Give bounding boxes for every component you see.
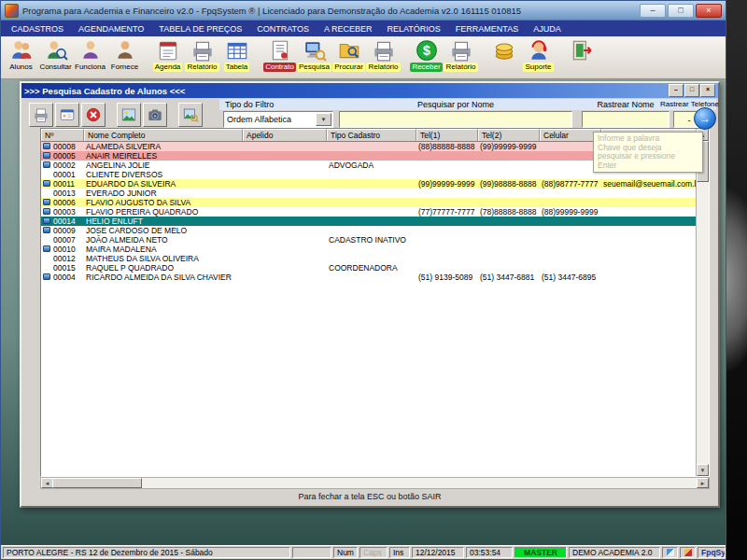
cell [327, 170, 416, 179]
scroll-right-icon[interactable]: ► [697, 478, 709, 488]
toolbar-label: Funciona [73, 63, 107, 72]
table-row[interactable]: 00015RAQUEL P QUADRADOCOORDENADORA [41, 263, 697, 273]
toolbar-button-tabela[interactable]: Tabela [219, 37, 254, 72]
status-tools-icon[interactable] [680, 547, 696, 558]
menu-item-agendamento[interactable]: AGENDAMENTO [71, 22, 151, 35]
camera-icon [147, 106, 163, 123]
search-name-input[interactable] [339, 111, 572, 128]
menu-item-tabela-de-pre-os[interactable]: TABELA DE PREÇOS [151, 22, 249, 35]
maximize-button[interactable]: □ [668, 4, 694, 18]
status-location: PORTO ALEGRE - RS 12 de Dezembro de 2015… [3, 547, 290, 558]
cell: EDUARDO DA SILVEIRA [84, 179, 243, 189]
child-minimize-button[interactable]: – [669, 84, 684, 97]
cell [243, 235, 327, 245]
delete-button[interactable] [81, 103, 106, 127]
cell: RAQUEL P QUADRADO [84, 263, 243, 273]
supplier-icon [113, 38, 137, 63]
photo-icon [43, 152, 50, 159]
menu-item-ajuda[interactable]: AJUDA [526, 22, 569, 35]
toolbar-button-funciona[interactable]: Funciona [73, 37, 107, 72]
toolbar-button-relat-rio[interactable]: Relatório [444, 37, 478, 72]
column-header-tel-1-[interactable]: Tel(1) [416, 129, 478, 141]
table-row[interactable]: 00004RICARDO ALMEIDA DA SILVA CHAVIER(51… [41, 273, 697, 282]
cell [327, 142, 416, 151]
cell [416, 254, 478, 263]
cell [540, 189, 601, 198]
filter-type-dropdown[interactable]: Ordem Alfabetica ▼ [223, 111, 333, 128]
child-maximize-button[interactable]: □ [684, 84, 699, 97]
toolbar-button-relat-rio[interactable]: Relatório [366, 37, 401, 72]
table-row[interactable]: 00007JOÃO ALMEIDA NETOCADASTRO INATIVO [41, 235, 697, 245]
toolbar-button-exit[interactable] [564, 37, 599, 63]
cell [540, 217, 601, 226]
students-icon [9, 38, 34, 63]
chevron-down-icon[interactable]: ▼ [316, 113, 331, 126]
status-time: 03:53:54 [466, 547, 513, 558]
edit-card-button[interactable] [55, 103, 79, 127]
column-header-tipo-cadastro[interactable]: Tipo Cadastro [327, 129, 416, 141]
toolbar-button-agenda[interactable]: Agenda [150, 37, 185, 72]
horizontal-scrollbar[interactable]: ◄ ► [40, 477, 710, 489]
table-row[interactable]: 00010MAIRA MADALENA [41, 245, 697, 254]
close-hint-text: Para fechar a tela ESC ou botão SAIR [21, 492, 718, 501]
toolbar-button-pesquisa[interactable]: Pesquisa [297, 37, 331, 72]
table-row[interactable]: 00003FLAVIO PEREIRA QUADRADO(77)77777-77… [41, 207, 697, 217]
toolbar-button-procurar[interactable]: Procurar [331, 37, 366, 72]
cell [243, 151, 327, 161]
column-header-apelido[interactable]: Apelido [243, 129, 327, 141]
cell: MATHEUS DA SILVA OLIVEIRA [84, 254, 243, 263]
table-row[interactable]: 00006FLAVIO AUGUSTO DA SILVA [41, 198, 697, 207]
toolbar-button-contrato[interactable]: Contrato [262, 37, 297, 72]
cell [327, 189, 416, 198]
scroll-down-icon[interactable]: ▼ [697, 464, 709, 476]
column-header-n-[interactable]: Nº [41, 129, 84, 141]
menu-item-relat-rios[interactable]: RELATÓRIOS [379, 22, 447, 35]
toolbar-button-consultar[interactable]: Consultar [38, 37, 73, 72]
child-close-button[interactable]: × [700, 84, 715, 97]
status-grid-icon[interactable] [662, 547, 678, 558]
cell [478, 189, 540, 198]
menu-item-contratos[interactable]: CONTRATOS [249, 22, 317, 35]
status-app-name: DEMO ACADEMIA 2.0 [569, 547, 660, 558]
toolbar-button-suporte[interactable]: Suporte [521, 37, 556, 72]
cell [243, 254, 327, 263]
print-button[interactable] [29, 103, 53, 127]
toolbar-button-relat-rio[interactable]: Relatório [185, 37, 219, 72]
column-header-nome-completo[interactable]: Nome Completo [84, 129, 243, 141]
minimize-button[interactable]: – [640, 4, 666, 18]
column-header-tel-2-[interactable]: Tel(2) [478, 129, 540, 141]
table-row[interactable]: 00012MATHEUS DA SILVA OLIVEIRA [41, 254, 697, 263]
table-row[interactable]: 00013EVERADO JUNIOR [41, 189, 697, 198]
child-body: Tipo do Filtro Ordem Alfabetica ▼ Pesqui… [21, 98, 718, 506]
menu-item-ferramentas[interactable]: FERRAMENTAS [448, 22, 526, 35]
photo-search-button[interactable] [178, 103, 203, 127]
horizontal-scroll-thumb[interactable] [52, 478, 142, 488]
menu-item-a-receber[interactable]: A RECEBER [317, 22, 380, 35]
webcam-button[interactable] [143, 103, 167, 127]
cell: COORDENADORA [327, 263, 416, 273]
child-toolbar [29, 103, 203, 127]
table-row[interactable]: 00014HELIO ENLUFT [41, 217, 697, 226]
cell [601, 273, 697, 282]
cell [416, 226, 478, 235]
toolbar-label: Receber [410, 63, 442, 72]
search-go-button[interactable]: → [694, 107, 716, 130]
cell [327, 273, 416, 282]
vertical-scrollbar[interactable]: ▲ ▼ [696, 129, 709, 476]
toolbar-button-fornece[interactable]: Fornece [107, 37, 142, 72]
close-button[interactable]: × [696, 4, 722, 18]
toolbar-button-receber[interactable]: Receber [409, 37, 444, 72]
cell [478, 198, 540, 207]
toolbar-button-alunos[interactable]: Alunos [4, 37, 38, 72]
toolbar-label: Relatório [185, 63, 218, 72]
toolbar-button-coins[interactable] [486, 37, 521, 63]
track-name-input[interactable] [582, 111, 669, 128]
photo-button[interactable] [117, 103, 141, 127]
table-row[interactable]: 00009JOSE CARDOSO DE MELO [41, 226, 697, 235]
table-row[interactable]: 00011EDUARDO DA SILVEIRA(99)99999-9999(9… [41, 179, 697, 189]
row-number: 00015 [53, 263, 76, 273]
exit-icon [570, 38, 594, 63]
cell [478, 254, 540, 263]
menu-item-cadastros[interactable]: CADASTROS [4, 22, 71, 35]
cell: (99)98888-8888 [478, 179, 540, 189]
